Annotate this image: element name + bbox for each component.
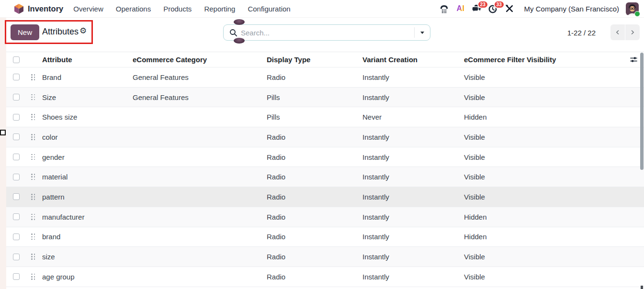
- drag-handle-icon[interactable]: [31, 174, 35, 180]
- cell-attribute: material: [35, 173, 126, 181]
- messages-icon[interactable]: 23: [471, 2, 483, 15]
- chevron-down-icon: [420, 32, 424, 34]
- cell-variant-creation: Instantly: [356, 233, 457, 241]
- table-row[interactable]: color Radio Instantly Visible: [6, 127, 644, 147]
- drag-handle-icon[interactable]: [31, 74, 35, 80]
- drag-handle-icon[interactable]: [31, 274, 35, 280]
- row-checkbox[interactable]: [13, 193, 20, 200]
- pager-next-button[interactable]: [625, 24, 640, 40]
- menu-operations[interactable]: Operations: [110, 5, 157, 13]
- pager-previous-button[interactable]: [610, 24, 625, 40]
- header-filter-visibility[interactable]: eCommerce Filter Visibility: [457, 56, 623, 64]
- table-row[interactable]: gender Radio Instantly Visible: [6, 147, 644, 167]
- menu-configuration[interactable]: Configuration: [241, 5, 296, 13]
- pager-range[interactable]: 1-22 / 22: [567, 29, 596, 37]
- table-row[interactable]: Brand General Features Radio Instantly V…: [6, 67, 644, 88]
- activities-clock-icon[interactable]: 33: [487, 2, 499, 15]
- row-checkbox[interactable]: [13, 233, 20, 240]
- ai-icon[interactable]: AI: [454, 2, 467, 15]
- navbar-systray: AI 23 33 My Company (San Francisco): [438, 2, 644, 15]
- select-all-cell: [6, 56, 24, 63]
- table-body: Brand General Features Radio Instantly V…: [6, 67, 644, 287]
- cell-variant-creation: Instantly: [356, 173, 457, 181]
- scrollbar-corner-mark: [641, 286, 643, 289]
- table-row[interactable]: brand Radio Instantly Hidden: [6, 227, 644, 247]
- row-checkbox[interactable]: [13, 273, 20, 280]
- drag-handle-icon[interactable]: [31, 94, 35, 100]
- header-attribute[interactable]: Attribute: [35, 56, 126, 64]
- table-row[interactable]: manufacturer Radio Instantly Hidden: [6, 207, 644, 227]
- search-dropdown-toggle[interactable]: [414, 27, 430, 38]
- row-drag-cell: [24, 134, 35, 140]
- vertical-scrollbar-thumb[interactable]: [640, 53, 644, 170]
- row-checkbox[interactable]: [13, 94, 20, 100]
- cell-filter-visibility: Hidden: [457, 213, 623, 221]
- drag-handle-icon[interactable]: [31, 254, 35, 260]
- breadcrumb-title: Attributes: [42, 27, 79, 37]
- row-drag-cell: [24, 154, 35, 160]
- row-checkbox-cell: [6, 74, 24, 80]
- cell-attribute: Shoes size: [35, 113, 126, 121]
- company-switcher[interactable]: My Company (San Francisco): [524, 5, 619, 13]
- drag-handle-icon[interactable]: [31, 194, 35, 200]
- row-checkbox[interactable]: [13, 254, 20, 260]
- cell-attribute: gender: [35, 153, 126, 161]
- row-checkbox-cell: [6, 94, 24, 100]
- app-name: Inventory: [28, 4, 63, 13]
- row-drag-cell: [24, 214, 35, 220]
- row-checkbox-cell: [6, 174, 24, 180]
- cell-variant-creation: Instantly: [356, 193, 457, 201]
- menu-reporting[interactable]: Reporting: [198, 5, 241, 13]
- table-row[interactable]: size Radio Instantly Visible: [6, 247, 644, 267]
- row-drag-cell: [24, 194, 35, 200]
- drag-handle-icon[interactable]: [31, 114, 35, 120]
- select-all-checkbox[interactable]: [13, 56, 20, 63]
- cell-attribute: manufacturer: [35, 213, 126, 221]
- cell-variant-creation: Instantly: [356, 73, 457, 81]
- table-row[interactable]: age group Radio Instantly Visible: [6, 267, 644, 287]
- header-variant-creation[interactable]: Variant Creation: [356, 56, 457, 64]
- drag-handle-icon[interactable]: [31, 233, 35, 240]
- menu-overview[interactable]: Overview: [67, 5, 110, 13]
- search-input[interactable]: [241, 25, 414, 40]
- cell-display-type: Radio: [260, 173, 356, 181]
- cell-display-type: Radio: [260, 233, 356, 241]
- cell-ecommerce-category: General Features: [126, 73, 260, 81]
- page-left-margin: [0, 18, 6, 289]
- row-checkbox-cell: [6, 133, 24, 140]
- tools-icon[interactable]: [503, 2, 516, 15]
- table-row[interactable]: pattern Radio Instantly Visible: [6, 187, 644, 207]
- app-switcher[interactable]: Inventory: [14, 4, 63, 14]
- attributes-list: Attribute eCommerce Category Display Typ…: [6, 48, 644, 287]
- cell-variant-creation: Never: [356, 113, 457, 121]
- row-checkbox[interactable]: [13, 74, 20, 80]
- menu-products[interactable]: Products: [157, 5, 198, 13]
- user-avatar[interactable]: [626, 2, 639, 15]
- drag-handle-icon[interactable]: [31, 214, 35, 220]
- search-bar: [223, 24, 430, 41]
- gear-icon[interactable]: ⚙: [79, 26, 87, 36]
- header-ecommerce-category[interactable]: eCommerce Category: [126, 56, 260, 64]
- table-row[interactable]: Shoes size Pills Never Hidden: [6, 107, 644, 127]
- phone-icon[interactable]: [438, 2, 451, 15]
- cell-attribute: age group: [35, 273, 126, 281]
- row-checkbox[interactable]: [13, 114, 20, 121]
- control-panel: New Attributes ⚙ 1-22 / 22: [6, 18, 644, 48]
- cell-variant-creation: Instantly: [356, 253, 457, 261]
- row-checkbox[interactable]: [13, 213, 20, 220]
- header-display-type[interactable]: Display Type: [260, 56, 356, 64]
- table-row[interactable]: material Radio Instantly Visible: [6, 167, 644, 187]
- row-checkbox-cell: [6, 273, 24, 280]
- row-drag-cell: [24, 233, 35, 240]
- row-checkbox[interactable]: [13, 154, 20, 160]
- annotation-marker-top: [234, 19, 245, 25]
- cell-filter-visibility: Visible: [457, 173, 623, 181]
- drag-handle-icon[interactable]: [31, 154, 35, 160]
- row-checkbox[interactable]: [13, 133, 20, 140]
- new-button[interactable]: New: [11, 24, 39, 40]
- row-checkbox-cell: [6, 213, 24, 220]
- table-row[interactable]: Size General Features Pills Instantly Vi…: [6, 88, 644, 108]
- table-header-row: Attribute eCommerce Category Display Typ…: [6, 52, 644, 67]
- drag-handle-icon[interactable]: [31, 134, 35, 140]
- row-checkbox[interactable]: [13, 174, 20, 180]
